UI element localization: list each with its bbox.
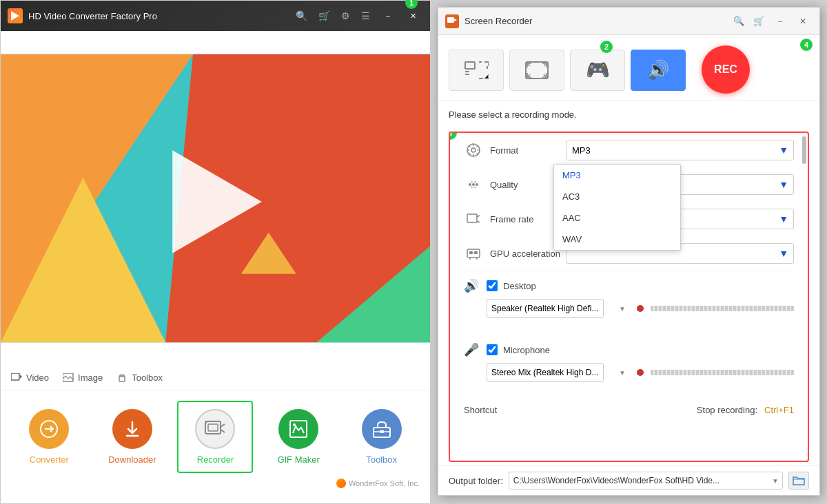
game-icon: 🎮 [586,59,610,81]
tab-toolbox[interactable]: Toolbox [116,372,163,390]
tool-toolbox[interactable]: Toolbox [344,401,420,473]
gifmaker-label: GIF Maker [277,454,319,465]
tab-image[interactable]: Image [63,372,103,390]
dropdown-mp3[interactable]: MP3 [554,165,680,186]
menu-icon[interactable]: ☰ [358,9,374,23]
gifmaker-icon [287,418,309,440]
hero-area [1,31,430,366]
rec-close-button[interactable]: ✕ [793,14,813,28]
gpu-icon-wrapper [464,244,483,263]
output-path-arrow: ▼ [772,477,779,485]
mode-game[interactable]: 🎮 [570,50,625,91]
tool-downloader[interactable]: Downloader [94,401,170,473]
badge-2: 2 [600,41,613,53]
main-window: HD Video Converter Factory Pro 🔍 🛒 ⚙ ☰ −… [0,0,431,504]
converter-circle [29,409,69,449]
toolbox-tab-icon [116,373,127,383]
microphone-device-select[interactable]: Stereo Mix (Realtek High D... [487,363,604,382]
microphone-device-wrapper: Stereo Mix (Realtek High D... ▼ [487,363,630,382]
video-tab-icon [11,373,22,383]
microphone-device-arrow: ▼ [619,369,626,377]
microphone-checkbox[interactable] [487,344,498,355]
tab-video[interactable]: Video [11,372,49,390]
dropdown-wav[interactable]: WAV [554,229,680,250]
footer-logo-icon [336,479,346,488]
folder-icon [793,475,805,486]
microphone-icon: 🎤 [464,342,481,357]
format-label: Format [490,145,566,156]
settings-icon[interactable]: ⚙ [338,9,354,23]
output-path-select[interactable]: C:\Users\WonderFox\Videos\WonderFox Soft… [509,472,783,490]
fullscreen-icon [524,61,549,80]
play-icon [11,11,19,21]
browse-folder-button[interactable] [788,472,809,490]
titlebar-controls: 🔍 🛒 ⚙ ☰ − ✕ [292,9,423,23]
rec-minimize-button[interactable]: − [770,14,790,28]
instruction-label: Please select a recording mode. [449,109,577,120]
svg-rect-44 [474,251,478,254]
recorder-window: Screen Recorder 🔍 🛒 − ✕ [438,7,820,496]
downloader-icon [121,418,143,440]
footer-logo: WonderFox Soft, Inc. [336,479,420,488]
microphone-audio-row: 🎤 Microphone [464,342,794,357]
search-icon[interactable]: 🔍 [292,9,311,23]
microphone-volume-bar[interactable] [651,370,794,375]
svg-rect-26 [465,62,475,69]
desktop-device-select[interactable]: Speaker (Realtek High Defi... [487,299,604,318]
desktop-device-arrow: ▼ [619,305,626,313]
format-row: Format MP3 AC3 AAC WAV ▼ [450,133,808,167]
quality-icon-wrapper [464,175,483,194]
downloader-label: Downloader [108,454,156,465]
tool-recorder[interactable]: Recorder 1 [177,401,253,473]
toolbox-circle [362,409,402,449]
speaker-icon: 🔊 [464,278,481,293]
main-titlebar: HD Video Converter Factory Pro 🔍 🛒 ⚙ ☰ −… [1,1,430,31]
svg-rect-43 [469,251,473,254]
minimize-button[interactable]: − [378,9,398,23]
desktop-volume-bar[interactable] [651,306,794,311]
close-button[interactable]: ✕ [402,9,423,23]
tools-row: Converter Downloader [1,401,430,473]
tool-converter[interactable]: Converter [11,401,87,473]
recorder-circle [195,409,235,449]
rec-titlebar-icons: 🔍 🛒 − ✕ [731,14,813,28]
mode-screen[interactable] [449,50,504,91]
svg-point-38 [474,187,476,189]
quality-icon [466,177,481,192]
microphone-volume-dot [637,369,644,376]
format-select-wrapper: MP3 AC3 AAC WAV ▼ [566,140,794,160]
toolbox-label: Toolbox [366,454,397,465]
microphone-label: Microphone [503,345,550,355]
svg-rect-7 [11,373,19,380]
rec-search-icon[interactable]: 🔍 [731,14,747,28]
rec-button[interactable]: REC [702,45,750,94]
recorder-label: Recorder [197,454,234,465]
framerate-icon-wrapper [464,209,483,229]
svg-point-16 [205,421,207,423]
tab-video-label: Video [26,372,49,383]
desktop-label: Desktop [503,281,536,291]
shortcut-row: Shortcut Stop recording: Ctrl+F1 [450,399,808,421]
mode-audio[interactable]: 🔊 [631,50,686,91]
svg-marker-8 [20,375,22,379]
recorder-icon [204,420,226,438]
shortcut-label: Shortcut [464,405,497,415]
svg-rect-19 [290,421,307,437]
rec-cart-icon[interactable]: 🛒 [751,14,767,28]
svg-point-32 [469,183,471,186]
format-icon [466,143,481,158]
recorder-titlebar: Screen Recorder 🔍 🛒 − ✕ [438,8,819,35]
desktop-checkbox[interactable] [487,280,498,291]
format-select[interactable]: MP3 AC3 AAC WAV [566,140,794,160]
shortcut-key: Ctrl+F1 [764,405,794,415]
mode-fullscreen[interactable] [509,50,564,91]
svg-rect-29 [526,62,548,78]
app-logo [8,8,23,23]
dropdown-aac[interactable]: AAC [554,207,680,229]
recorder-title: Screen Recorder [464,16,731,26]
cart-icon[interactable]: 🛒 [315,9,334,23]
hero-background [1,31,430,366]
dropdown-ac3[interactable]: AC3 [554,186,680,207]
tool-gifmaker[interactable]: GIF Maker [261,401,336,473]
svg-rect-42 [467,249,480,258]
